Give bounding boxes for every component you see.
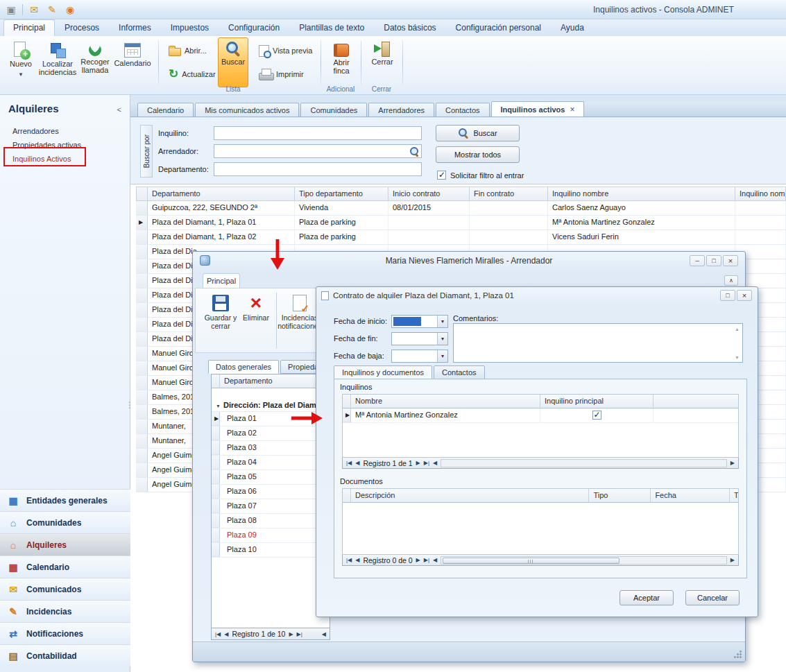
close-tab-icon[interactable] [570, 105, 574, 114]
plaza-row[interactable]: Plaza 07 [212, 499, 330, 514]
calendario-button[interactable]: Calendario [114, 38, 151, 87]
scroll-down-icon[interactable] [733, 353, 742, 361]
dropdown-arrow-icon[interactable] [437, 350, 447, 362]
column-header-nombre[interactable]: Nombre [351, 395, 540, 408]
incidencias-notificaciones-button[interactable]: Incidencias notificaciones [280, 291, 319, 347]
table-row[interactable]: Plaza del Diamant, 1, Plaza 02 Plaza de … [136, 230, 786, 245]
prev-record-button[interactable] [224, 631, 228, 637]
column-header-principal[interactable]: Inquilino principal [540, 395, 653, 408]
document-tab[interactable]: Mis comunicados activos [195, 103, 299, 117]
inquilino-row[interactable]: Mª Antonia Martinez Gonzalez [343, 408, 738, 423]
table-row[interactable]: Plaza del Diamant, 1, Plaza 01 Plaza de … [136, 216, 786, 230]
horizontal-scrollbar[interactable] [441, 556, 727, 565]
resize-grip[interactable] [733, 650, 742, 659]
imprimir-button[interactable]: Imprimir [254, 67, 309, 82]
plaza-row[interactable]: Plaza 06 [212, 485, 330, 499]
hscroll-left-button[interactable] [322, 631, 326, 637]
collapse-group-icon[interactable] [216, 401, 221, 409]
hscroll-right-button[interactable] [731, 557, 735, 563]
plaza-row[interactable]: Plaza 08 [212, 514, 330, 528]
mail-icon[interactable] [27, 3, 41, 17]
localizar-incidencias-button[interactable]: Localizar incidencias [39, 38, 76, 87]
column-header-tipo[interactable]: Tipo departamento [295, 187, 388, 201]
ribbon-collapse-icon[interactable] [724, 275, 738, 286]
plaza-row[interactable]: Plaza 03 [212, 441, 330, 456]
sidebar-link[interactable]: Arrendadores [0, 124, 130, 138]
column-header-departamento[interactable]: Departamento [220, 374, 330, 388]
next-record-button[interactable] [289, 631, 293, 637]
principal-checkbox[interactable] [592, 411, 601, 420]
broadcast-icon[interactable] [63, 3, 77, 17]
maximize-icon[interactable] [706, 255, 721, 266]
fecha-baja-input[interactable] [391, 350, 448, 363]
ribbon-tab[interactable]: Impuestos [161, 19, 219, 36]
sidebar-nav-item[interactable]: ⇄ Notificaciones [0, 622, 130, 644]
dropdown-arrow-icon[interactable] [437, 333, 447, 345]
first-record-button[interactable] [215, 631, 221, 637]
plaza-row[interactable]: Plaza 10 [212, 543, 330, 558]
mostrar-todos-button[interactable]: Mostrar todos [436, 146, 520, 163]
scrollbar-thumb[interactable] [443, 558, 620, 564]
filter-input[interactable] [214, 162, 422, 176]
column-header-inquilino2[interactable]: Inquilino nombre [735, 187, 786, 201]
solicitar-filtro-checkbox[interactable] [437, 171, 446, 180]
document-tab[interactable]: Contactos [436, 103, 490, 117]
document-tab[interactable]: Inquilinos activos [491, 101, 585, 117]
ribbon-tab[interactable]: Configuración [219, 19, 289, 36]
document-tab[interactable]: Comunidades [300, 103, 367, 117]
horizontal-scrollbar[interactable] [441, 459, 727, 467]
solicitar-filtro-row[interactable]: Solicitar filtro al entrar [437, 171, 524, 180]
abrir-button[interactable]: Abrir... [164, 43, 212, 58]
nuevo-button[interactable]: Nuevo [4, 38, 37, 87]
filter-input[interactable] [214, 126, 422, 140]
buscar-button[interactable]: Buscar [218, 37, 248, 87]
hscroll-left-button[interactable] [433, 460, 437, 466]
close-icon[interactable] [737, 290, 752, 301]
ribbon-tab[interactable]: Ayuda [551, 19, 594, 36]
plaza-row[interactable]: Plaza 04 [212, 456, 330, 470]
ribbon-tab[interactable]: Procesos [55, 19, 109, 36]
filter-input-field[interactable] [214, 145, 421, 157]
sidebar-nav-item[interactable]: ▦ Entidades generales [0, 489, 130, 511]
prev-record-button[interactable] [355, 460, 359, 466]
column-header-tipo[interactable]: Tipo [589, 489, 651, 503]
comentarios-textarea[interactable] [453, 323, 743, 363]
cancelar-button[interactable]: Cancelar [685, 590, 740, 605]
abrir-finca-button[interactable]: Abrir finca [325, 38, 358, 87]
column-header-fin[interactable]: Fin contrato [470, 187, 548, 201]
last-record-button[interactable] [424, 557, 429, 563]
plaza-row[interactable]: Plaza 05 [212, 470, 330, 485]
ribbon-tab[interactable]: Plantillas de texto [289, 19, 374, 36]
buscar-filter-button[interactable]: Buscar [436, 125, 520, 141]
fecha-inicio-input[interactable] [391, 315, 448, 328]
close-icon[interactable] [723, 255, 738, 266]
sidebar-collapse-icon[interactable]: < [117, 105, 121, 114]
hscroll-right-button[interactable] [731, 460, 735, 466]
contrato-titlebar[interactable]: Contrato de alquiler Plaza del Diamant, … [316, 287, 758, 304]
guardar-cerrar-button[interactable]: Guardar y cerrar [203, 291, 239, 347]
filter-input-field[interactable] [214, 127, 421, 139]
tab-inquilinos-documentos[interactable]: Inquilinos y documentos [334, 365, 432, 379]
minimize-icon[interactable] [690, 255, 705, 266]
plaza-row[interactable]: Plaza 09 [212, 528, 330, 543]
notes-icon[interactable] [45, 3, 59, 17]
table-row[interactable]: Guipuzcoa, 222, SEGUNDO 2ª Vivienda 08/0… [136, 201, 786, 216]
first-record-button[interactable] [346, 460, 352, 466]
sidebar-nav-item[interactable]: ⌂ Alquileres [0, 533, 130, 555]
ribbon-tab[interactable]: Configuración personal [446, 19, 551, 36]
last-record-button[interactable] [424, 460, 429, 466]
document-tab[interactable]: Calendario [137, 103, 194, 117]
column-header-departamento[interactable]: Departamento [148, 187, 295, 201]
tab-principal[interactable]: Principal [203, 273, 240, 288]
vista-previa-button[interactable]: Vista previa [254, 43, 317, 58]
sidebar-nav-item[interactable]: ✉ Comunicados [0, 578, 130, 600]
sidebar-nav-item[interactable]: ⌂ Comunidades [0, 511, 130, 533]
actualizar-button[interactable]: Actualizar [164, 67, 221, 82]
recoger-llamada-button[interactable]: Recoger llamada [78, 38, 112, 87]
scroll-up-icon[interactable] [733, 325, 742, 333]
aceptar-button[interactable]: Aceptar [620, 590, 674, 605]
maximize-icon[interactable] [720, 290, 735, 301]
next-record-button[interactable] [416, 460, 420, 466]
last-record-button[interactable] [297, 631, 302, 637]
plaza-row[interactable]: Plaza 02 [212, 427, 330, 441]
